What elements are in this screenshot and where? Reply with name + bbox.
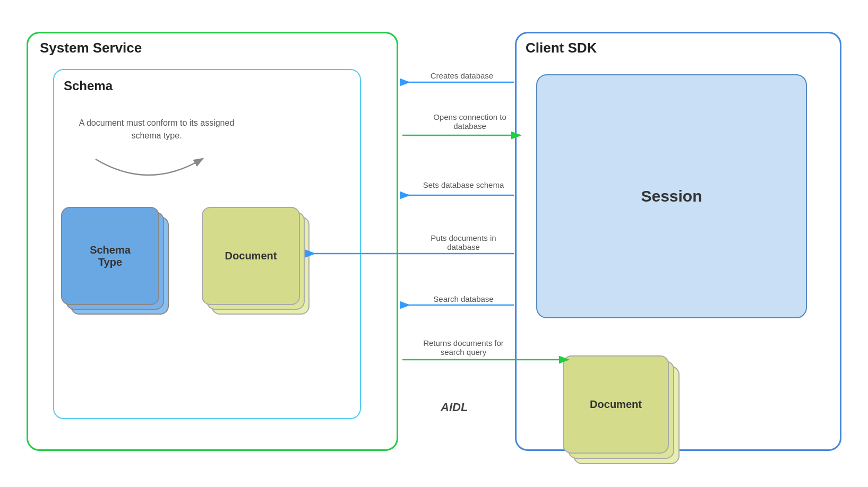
doc-card-front-left: Document (202, 207, 300, 305)
diagram-container: System Service Schema A document must co… (0, 0, 868, 487)
schema-label: Schema (64, 79, 113, 93)
arrow-label-search-db: Search database (413, 294, 514, 303)
client-sdk-label: Client SDK (526, 40, 597, 56)
session-label: Session (641, 187, 702, 205)
arrow-label-creates-db: Creates database (414, 71, 510, 80)
arrow-label-returns-docs: Returns documents forsearch query (413, 338, 514, 356)
arrow-label-sets-schema: Sets database schema (413, 180, 514, 189)
arrow-label-puts-docs: Puts documents indatabase (413, 233, 514, 251)
schema-curved-arrow (69, 149, 228, 202)
session-card: Session (536, 74, 807, 318)
aidl-label: AIDL (441, 401, 468, 414)
arrow-label-opens-connection: Opens connection todatabase (419, 112, 520, 131)
schema-type-card-front: SchemaType (61, 207, 159, 305)
system-service-label: System Service (40, 40, 142, 56)
schema-description: A document must conform to its assigned … (77, 117, 236, 142)
doc-card-front-right: Document (563, 355, 669, 454)
